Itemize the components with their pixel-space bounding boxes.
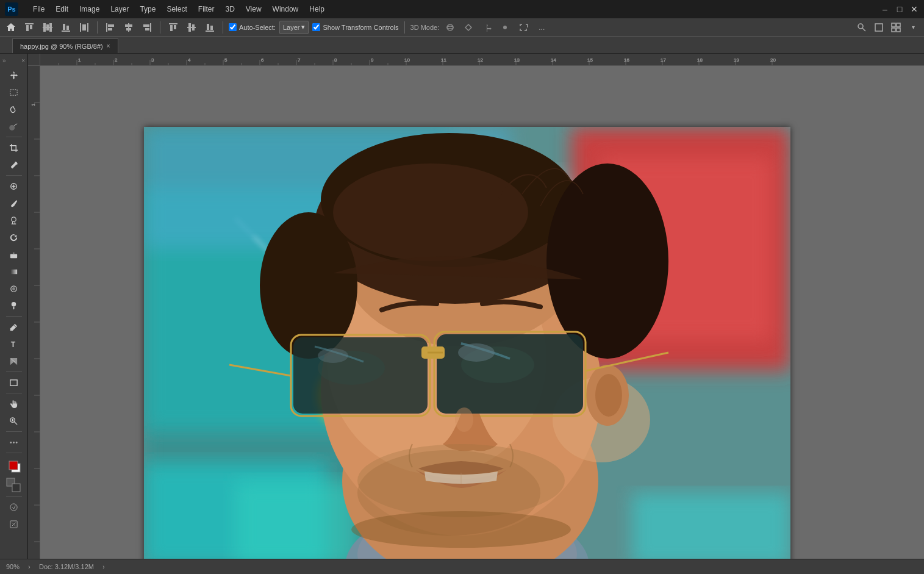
- 3d-rotate-icon[interactable]: [443, 20, 457, 35]
- svg-rect-12: [82, 24, 86, 30]
- tool-sep-4: [6, 371, 22, 372]
- workspace-icon[interactable]: [889, 20, 903, 35]
- home-icon[interactable]: [4, 20, 18, 35]
- svg-rect-2: [30, 25, 32, 29]
- history-brush-tool[interactable]: [6, 229, 22, 245]
- 3d-scale-icon[interactable]: [516, 20, 531, 35]
- zoom-level: 90%: [6, 563, 20, 570]
- quick-mask-icon[interactable]: [6, 499, 22, 515]
- menu-window[interactable]: Window: [268, 4, 304, 15]
- 3d-pan-icon[interactable]: [479, 20, 494, 35]
- pen-tool[interactable]: [6, 319, 22, 335]
- align-top[interactable]: [166, 20, 181, 35]
- svg-line-35: [862, 28, 865, 31]
- lasso-tool[interactable]: [6, 101, 22, 117]
- screen-mode-icon[interactable]: [6, 516, 22, 532]
- svg-line-43: [14, 123, 18, 126]
- tool-sep-3: [6, 316, 22, 317]
- color-swatches[interactable]: [5, 457, 23, 475]
- layer-indicators[interactable]: [8, 460, 21, 475]
- rectangle-tool[interactable]: [6, 375, 22, 390]
- menu-image[interactable]: Image: [74, 4, 104, 15]
- 3d-orbit-icon[interactable]: [461, 20, 476, 35]
- tool-sep-7: [6, 453, 22, 453]
- menu-edit[interactable]: Edit: [51, 4, 73, 15]
- align-center-v[interactable]: [184, 20, 199, 35]
- quick-select-tool[interactable]: [6, 118, 22, 134]
- zoom-tool[interactable]: [6, 413, 22, 429]
- menu-view[interactable]: View: [241, 4, 267, 15]
- mask-icons[interactable]: [5, 477, 23, 494]
- eyedropper-tool[interactable]: [6, 157, 22, 173]
- svg-point-177: [455, 407, 473, 432]
- align-right[interactable]: [140, 20, 154, 35]
- toolbox-collapse-icon[interactable]: »: [2, 57, 6, 64]
- crop-tool[interactable]: [6, 140, 22, 156]
- more-options-button[interactable]: ...: [534, 20, 549, 35]
- restore-button[interactable]: □: [895, 4, 904, 14]
- minimize-button[interactable]: –: [880, 4, 890, 14]
- hand-tool[interactable]: [6, 396, 22, 412]
- search-button[interactable]: [854, 20, 869, 35]
- marquee-tool[interactable]: [6, 84, 22, 100]
- svg-point-62: [16, 442, 18, 443]
- 3d-slide-icon[interactable]: [498, 20, 512, 35]
- svg-rect-29: [207, 24, 209, 30]
- dodge-tool[interactable]: [6, 298, 22, 314]
- close-button[interactable]: ✕: [909, 4, 919, 14]
- align-center-h[interactable]: [121, 20, 136, 35]
- arrange-align-vert[interactable]: [40, 20, 55, 35]
- svg-rect-146: [235, 481, 357, 559]
- svg-rect-15: [108, 28, 112, 30]
- tab-close-button[interactable]: ×: [107, 43, 110, 49]
- auto-select-checkbox[interactable]: [229, 23, 237, 31]
- document-canvas[interactable]: [144, 127, 790, 559]
- svg-text:9: 9: [371, 57, 374, 63]
- arrange-align-top[interactable]: [22, 20, 37, 35]
- status-info-button[interactable]: ›: [99, 562, 109, 572]
- clone-stamp-tool[interactable]: [6, 212, 22, 228]
- svg-rect-9: [66, 26, 69, 30]
- menu-layer[interactable]: Layer: [106, 4, 134, 15]
- path-select-tool[interactable]: [6, 353, 22, 369]
- healing-tool[interactable]: [6, 178, 22, 194]
- type-tool[interactable]: T: [6, 336, 22, 352]
- show-transform-label[interactable]: Show Transform Controls: [312, 23, 398, 31]
- main-area: » ×: [0, 54, 924, 559]
- canvas-area[interactable]: 1 2 3 4 5 6 7 8 9 10 11 12 13 14 15 16 1: [28, 54, 924, 559]
- svg-text:18: 18: [697, 57, 703, 63]
- arrange-distribute[interactable]: [77, 20, 91, 35]
- menu-filter[interactable]: Filter: [193, 4, 220, 15]
- more-tools-button[interactable]: [6, 434, 22, 450]
- align-left[interactable]: [103, 20, 118, 35]
- menu-file[interactable]: File: [28, 4, 49, 15]
- eraser-tool[interactable]: [6, 246, 22, 262]
- auto-select-label[interactable]: Auto-Select:: [229, 23, 276, 31]
- layer-dropdown[interactable]: Layer ▾: [279, 21, 309, 34]
- document-tab[interactable]: happy.jpg @ 90% (RGB/8#) ×: [12, 38, 118, 53]
- tool-group-select: [0, 66, 27, 135]
- arrange-align-bottom[interactable]: [59, 20, 73, 35]
- show-transform-checkbox[interactable]: [312, 23, 320, 31]
- toolbox-header: » ×: [0, 56, 27, 66]
- status-expand-button[interactable]: ›: [24, 562, 34, 572]
- menu-select[interactable]: Select: [162, 4, 192, 15]
- svg-point-67: [10, 503, 17, 510]
- svg-rect-37: [892, 23, 895, 27]
- align-bottom[interactable]: [202, 20, 217, 35]
- menu-3d[interactable]: 3D: [220, 4, 239, 15]
- svg-text:4: 4: [188, 57, 191, 63]
- brush-tool[interactable]: [6, 195, 22, 211]
- move-tool[interactable]: [6, 67, 22, 83]
- menu-type[interactable]: Type: [135, 4, 160, 15]
- toolbox-close-icon[interactable]: ×: [21, 57, 25, 64]
- screen-mode-dropdown[interactable]: ▾: [906, 20, 920, 35]
- svg-text:8: 8: [334, 57, 337, 63]
- gradient-tool[interactable]: [6, 264, 22, 279]
- svg-text:11: 11: [441, 57, 446, 63]
- svg-rect-148: [632, 493, 790, 559]
- blur-tool[interactable]: [6, 281, 22, 296]
- menu-help[interactable]: Help: [304, 4, 329, 15]
- tool-sep-8: [6, 496, 22, 497]
- frame-tool-icon[interactable]: [872, 20, 886, 35]
